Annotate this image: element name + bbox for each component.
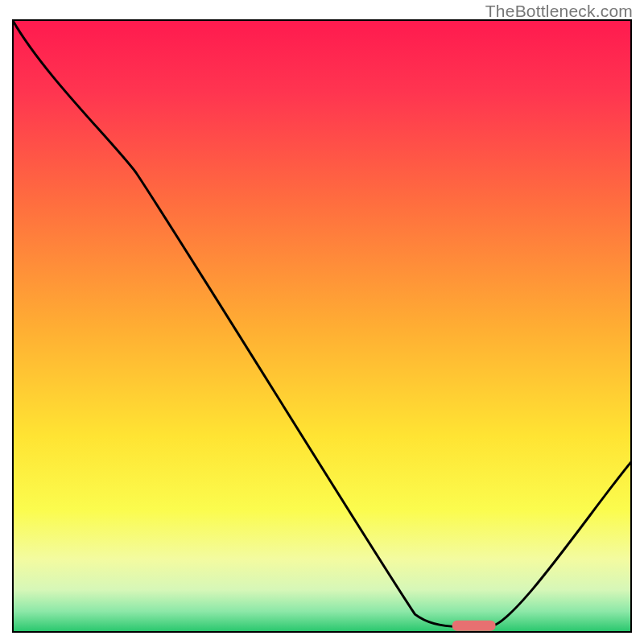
chart-container [12, 19, 632, 633]
chart-background [12, 19, 632, 633]
bottleneck-chart [12, 19, 632, 633]
optimal-marker [452, 621, 496, 631]
watermark-text: TheBottleneck.com [485, 2, 633, 21]
